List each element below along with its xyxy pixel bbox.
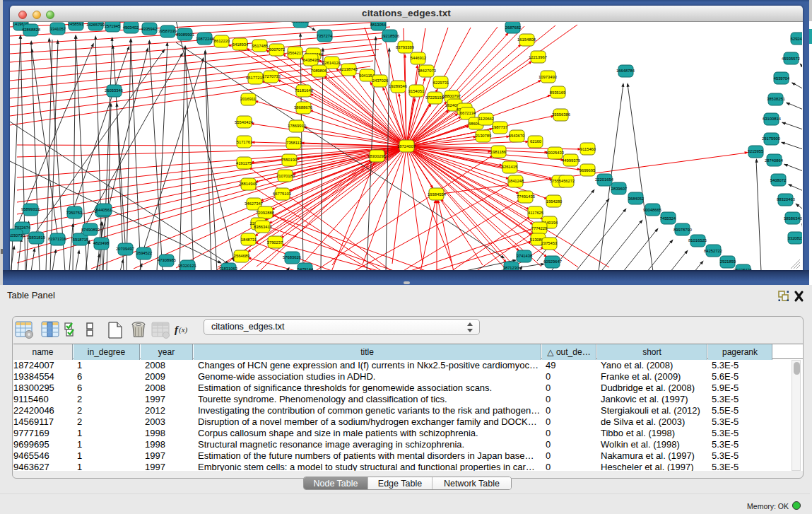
svg-text:90048665: 90048665 [643, 208, 661, 212]
svg-text:97225156: 97225156 [425, 95, 444, 100]
svg-text:6438436: 6438436 [303, 58, 319, 62]
svg-text:65177213: 65177213 [246, 76, 264, 80]
svg-text:10025433: 10025433 [546, 151, 564, 155]
svg-text:14265799: 14265799 [86, 23, 105, 27]
svg-text:7350753: 7350753 [66, 211, 83, 215]
svg-text:89089901: 89089901 [176, 33, 194, 37]
svg-text:60929647: 60929647 [543, 259, 562, 264]
svg-text:1954280: 1954280 [546, 199, 563, 204]
svg-text:8935169: 8935169 [550, 90, 566, 95]
svg-text:7089806: 7089806 [311, 69, 327, 73]
svg-text:91030736: 91030736 [10, 233, 25, 238]
svg-text:12614124: 12614124 [322, 61, 341, 65]
svg-text:3790237: 3790237 [267, 240, 283, 245]
svg-text:4539704: 4539704 [774, 76, 790, 81]
svg-text:5418934: 5418934 [233, 42, 249, 47]
svg-text:6007072: 6007072 [269, 47, 286, 52]
svg-text:5408072: 5408072 [770, 178, 787, 182]
svg-text:10872248: 10872248 [196, 37, 214, 41]
svg-text:42138745: 42138745 [339, 67, 358, 71]
svg-text:22201654: 22201654 [595, 177, 614, 182]
svg-text:71070189: 71070189 [276, 174, 295, 178]
svg-text:7774229: 7774229 [531, 226, 548, 230]
svg-text:5446912: 5446912 [411, 56, 427, 60]
svg-text:9699695: 9699695 [579, 168, 596, 173]
svg-text:18300295: 18300295 [367, 154, 386, 158]
svg-text:87490893: 87490893 [81, 228, 100, 232]
svg-text:5918715: 5918715 [73, 238, 89, 242]
svg-text:42868828: 42868828 [22, 28, 40, 32]
svg-text:17270733: 17270733 [262, 74, 281, 78]
svg-text:45935572: 45935572 [782, 57, 800, 61]
svg-text:2839607: 2839607 [611, 187, 628, 191]
svg-text:95320121: 95320121 [178, 264, 196, 268]
svg-text:5479144: 5479144 [298, 267, 314, 270]
svg-text:77491435: 77491435 [517, 194, 535, 199]
svg-text:3320821: 3320821 [788, 236, 802, 240]
svg-text:19218506: 19218506 [381, 34, 399, 38]
svg-text:1981186: 1981186 [490, 150, 506, 154]
svg-text:7550190: 7550190 [281, 158, 298, 162]
svg-text:19289546: 19289546 [389, 84, 407, 88]
svg-text:8612220: 8612220 [214, 39, 230, 43]
svg-text:5171761: 5171761 [237, 140, 253, 144]
svg-text:38688676: 38688676 [294, 105, 312, 110]
svg-text:18724007: 18724007 [397, 144, 416, 148]
svg-text:63100814: 63100814 [763, 117, 782, 121]
svg-text:35556386: 35556386 [552, 112, 570, 117]
svg-text:9115460: 9115460 [580, 147, 596, 151]
svg-text:6292423: 6292423 [791, 37, 802, 41]
svg-text:4903402: 4903402 [123, 25, 139, 30]
svg-text:83793389: 83793389 [396, 45, 414, 49]
svg-text:8813054: 8813054 [370, 23, 387, 27]
svg-text:7357274: 7357274 [317, 34, 333, 38]
svg-text:3154051: 3154051 [408, 89, 425, 93]
svg-text:3871230: 3871230 [503, 266, 519, 270]
svg-text:4191175: 4191175 [236, 161, 252, 165]
svg-text:2130789: 2130789 [476, 134, 492, 138]
svg-text:3684052: 3684052 [628, 197, 645, 201]
svg-text:10973493: 10973493 [539, 75, 557, 79]
svg-text:55540424: 55540424 [235, 120, 254, 124]
svg-text:2016911: 2016911 [240, 97, 256, 101]
svg-text:(x): (x) [179, 325, 188, 334]
svg-text:38538251: 38538251 [767, 97, 785, 101]
svg-text:84252722: 84252722 [704, 249, 722, 253]
svg-text:19384554: 19384554 [428, 192, 447, 197]
svg-text:66775103: 66775103 [273, 192, 291, 196]
svg-text:6440561: 6440561 [96, 208, 112, 212]
svg-text:4335942: 4335942 [141, 27, 158, 31]
svg-text:3215955: 3215955 [748, 149, 764, 153]
svg-text:1848731: 1848731 [241, 238, 257, 242]
svg-text:31831063: 31831063 [219, 267, 237, 270]
svg-text:26053346: 26053346 [105, 88, 123, 93]
svg-text:4823498: 4823498 [93, 241, 110, 245]
svg-text:6543670: 6543670 [509, 134, 525, 138]
svg-text:3564217: 3564217 [288, 51, 304, 55]
svg-text:6261415: 6261415 [502, 165, 518, 169]
svg-text:28740864: 28740864 [765, 158, 784, 163]
svg-text:57683626: 57683626 [283, 255, 301, 259]
svg-text:2437026: 2437026 [372, 78, 389, 83]
svg-text:34627347: 34627347 [245, 201, 263, 206]
svg-text:1120642: 1120642 [478, 117, 494, 121]
svg-text:58586340: 58586340 [784, 216, 802, 221]
svg-text:2571945: 2571945 [105, 24, 121, 28]
svg-text:16033809: 16033809 [291, 22, 310, 23]
svg-text:5456272: 5456272 [559, 179, 575, 183]
svg-text:3341057: 3341057 [50, 27, 66, 31]
svg-text:95899313: 95899313 [21, 207, 40, 211]
svg-text:62160: 62160 [530, 139, 541, 144]
svg-text:2687682: 2687682 [505, 25, 522, 30]
svg-text:1987737: 1987737 [492, 125, 508, 129]
svg-text:3741438: 3741438 [517, 254, 533, 258]
svg-text:2921859: 2921859 [720, 259, 736, 264]
svg-text:72092888: 72092888 [256, 211, 274, 215]
svg-text:2694522: 2694522 [136, 251, 153, 255]
svg-text:75181648: 75181648 [295, 88, 313, 93]
svg-text:15831819: 15831819 [27, 235, 45, 240]
svg-text:96028436: 96028436 [734, 268, 752, 270]
svg-text:2375453: 2375453 [541, 241, 558, 245]
svg-text:17869910: 17869910 [288, 124, 306, 128]
svg-text:88320463: 88320463 [777, 197, 795, 201]
